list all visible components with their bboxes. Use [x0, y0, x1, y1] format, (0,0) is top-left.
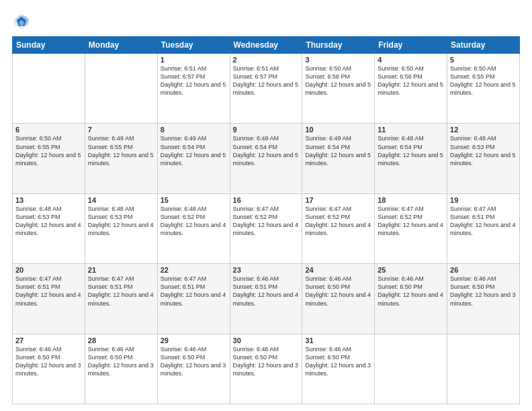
calendar-cell: [85, 54, 157, 124]
day-number: 15: [161, 196, 227, 204]
day-number: 31: [305, 336, 371, 345]
calendar-cell: 27Sunrise: 6:46 AM Sunset: 6:50 PM Dayli…: [13, 334, 85, 404]
day-info: Sunrise: 6:46 AM Sunset: 6:51 PM Dayligh…: [233, 275, 300, 308]
day-info: Sunrise: 6:50 AM Sunset: 6:56 PM Dayligh…: [305, 64, 371, 97]
day-number: 22: [161, 266, 227, 274]
calendar-weekday-thursday: Thursday: [302, 37, 375, 54]
calendar-cell: 21Sunrise: 6:47 AM Sunset: 6:51 PM Dayli…: [85, 264, 157, 334]
calendar-cell: 28Sunrise: 6:46 AM Sunset: 6:50 PM Dayli…: [85, 334, 157, 404]
calendar-cell: 16Sunrise: 6:47 AM Sunset: 6:52 PM Dayli…: [230, 193, 302, 263]
day-number: 25: [378, 266, 444, 274]
logo-icon: [12, 12, 31, 31]
day-info: Sunrise: 6:48 AM Sunset: 6:53 PM Dayligh…: [15, 205, 82, 238]
day-number: 30: [233, 336, 300, 345]
calendar-cell: [375, 334, 447, 404]
day-number: 2: [233, 56, 300, 64]
day-number: 6: [15, 126, 82, 134]
page: SundayMondayTuesdayWednesdayThursdayFrid…: [0, 0, 532, 411]
calendar-week-row: 6Sunrise: 6:50 AM Sunset: 6:55 PM Daylig…: [13, 124, 520, 193]
calendar-cell: 14Sunrise: 6:48 AM Sunset: 6:53 PM Dayli…: [85, 193, 157, 263]
day-info: Sunrise: 6:47 AM Sunset: 6:51 PM Dayligh…: [161, 275, 227, 308]
calendar-cell: 24Sunrise: 6:46 AM Sunset: 6:50 PM Dayli…: [302, 264, 375, 334]
day-info: Sunrise: 6:46 AM Sunset: 6:50 PM Dayligh…: [305, 345, 371, 378]
day-number: 10: [305, 126, 371, 134]
calendar-cell: 4Sunrise: 6:50 AM Sunset: 6:56 PM Daylig…: [375, 54, 447, 124]
calendar-week-row: 13Sunrise: 6:48 AM Sunset: 6:53 PM Dayli…: [13, 193, 520, 263]
calendar-cell: 31Sunrise: 6:46 AM Sunset: 6:50 PM Dayli…: [302, 334, 375, 404]
calendar-cell: [13, 54, 85, 124]
day-info: Sunrise: 6:50 AM Sunset: 6:55 PM Dayligh…: [15, 134, 82, 167]
day-number: 1: [161, 56, 227, 64]
day-info: Sunrise: 6:47 AM Sunset: 6:51 PM Dayligh…: [450, 205, 517, 238]
calendar-weekday-tuesday: Tuesday: [157, 37, 230, 54]
day-number: 17: [305, 196, 371, 204]
day-info: Sunrise: 6:46 AM Sunset: 6:50 PM Dayligh…: [88, 345, 154, 378]
calendar-cell: 19Sunrise: 6:47 AM Sunset: 6:51 PM Dayli…: [447, 193, 520, 263]
calendar-cell: 15Sunrise: 6:48 AM Sunset: 6:52 PM Dayli…: [157, 193, 230, 263]
calendar-cell: 1Sunrise: 6:51 AM Sunset: 6:57 PM Daylig…: [157, 54, 230, 124]
header: [12, 12, 520, 31]
calendar-weekday-monday: Monday: [85, 37, 157, 54]
calendar-cell: 12Sunrise: 6:48 AM Sunset: 6:53 PM Dayli…: [447, 124, 520, 193]
logo: [12, 12, 34, 31]
day-number: 16: [233, 196, 300, 204]
day-number: 12: [450, 126, 517, 134]
day-number: 14: [88, 196, 154, 204]
day-info: Sunrise: 6:47 AM Sunset: 6:52 PM Dayligh…: [233, 205, 300, 238]
day-number: 8: [161, 126, 227, 134]
calendar-cell: 25Sunrise: 6:46 AM Sunset: 6:50 PM Dayli…: [375, 264, 447, 334]
day-number: 21: [88, 266, 154, 274]
calendar-weekday-wednesday: Wednesday: [230, 37, 302, 54]
day-info: Sunrise: 6:48 AM Sunset: 6:54 PM Dayligh…: [378, 134, 444, 167]
calendar-weekday-sunday: Sunday: [13, 37, 85, 54]
day-info: Sunrise: 6:49 AM Sunset: 6:54 PM Dayligh…: [161, 134, 227, 167]
day-info: Sunrise: 6:46 AM Sunset: 6:50 PM Dayligh…: [15, 345, 82, 378]
calendar-cell: 13Sunrise: 6:48 AM Sunset: 6:53 PM Dayli…: [13, 193, 85, 263]
calendar-cell: 8Sunrise: 6:49 AM Sunset: 6:54 PM Daylig…: [157, 124, 230, 193]
day-number: 24: [305, 266, 371, 274]
day-info: Sunrise: 6:48 AM Sunset: 6:53 PM Dayligh…: [88, 205, 154, 238]
day-number: 4: [378, 56, 444, 64]
calendar-cell: [447, 334, 520, 404]
day-info: Sunrise: 6:46 AM Sunset: 6:50 PM Dayligh…: [305, 275, 371, 308]
calendar-cell: 6Sunrise: 6:50 AM Sunset: 6:55 PM Daylig…: [13, 124, 85, 193]
day-number: 11: [378, 126, 444, 134]
calendar-cell: 9Sunrise: 6:49 AM Sunset: 6:54 PM Daylig…: [230, 124, 302, 193]
day-number: 3: [305, 56, 371, 64]
day-number: 28: [88, 336, 154, 345]
day-info: Sunrise: 6:50 AM Sunset: 6:55 PM Dayligh…: [450, 64, 517, 97]
day-info: Sunrise: 6:50 AM Sunset: 6:56 PM Dayligh…: [378, 64, 444, 97]
calendar-cell: 3Sunrise: 6:50 AM Sunset: 6:56 PM Daylig…: [302, 54, 375, 124]
calendar-weekday-friday: Friday: [375, 37, 447, 54]
calendar-cell: 5Sunrise: 6:50 AM Sunset: 6:55 PM Daylig…: [447, 54, 520, 124]
calendar-cell: 30Sunrise: 6:46 AM Sunset: 6:50 PM Dayli…: [230, 334, 302, 404]
day-number: 18: [378, 196, 444, 204]
calendar-weekday-saturday: Saturday: [447, 37, 520, 54]
day-number: 5: [450, 56, 517, 64]
calendar-week-row: 1Sunrise: 6:51 AM Sunset: 6:57 PM Daylig…: [13, 54, 520, 124]
calendar-cell: 2Sunrise: 6:51 AM Sunset: 6:57 PM Daylig…: [230, 54, 302, 124]
calendar-cell: 18Sunrise: 6:47 AM Sunset: 6:52 PM Dayli…: [375, 193, 447, 263]
day-number: 23: [233, 266, 300, 274]
day-info: Sunrise: 6:49 AM Sunset: 6:54 PM Dayligh…: [305, 134, 371, 167]
day-info: Sunrise: 6:48 AM Sunset: 6:52 PM Dayligh…: [161, 205, 227, 238]
day-info: Sunrise: 6:47 AM Sunset: 6:51 PM Dayligh…: [15, 275, 82, 308]
calendar-cell: 26Sunrise: 6:46 AM Sunset: 6:50 PM Dayli…: [447, 264, 520, 334]
calendar-cell: 29Sunrise: 6:46 AM Sunset: 6:50 PM Dayli…: [157, 334, 230, 404]
day-number: 9: [233, 126, 300, 134]
calendar-week-row: 27Sunrise: 6:46 AM Sunset: 6:50 PM Dayli…: [13, 334, 520, 404]
day-info: Sunrise: 6:46 AM Sunset: 6:50 PM Dayligh…: [378, 275, 444, 308]
day-number: 29: [161, 336, 227, 345]
calendar-table: SundayMondayTuesdayWednesdayThursdayFrid…: [12, 36, 520, 404]
day-info: Sunrise: 6:47 AM Sunset: 6:52 PM Dayligh…: [378, 205, 444, 238]
calendar-cell: 22Sunrise: 6:47 AM Sunset: 6:51 PM Dayli…: [157, 264, 230, 334]
day-info: Sunrise: 6:47 AM Sunset: 6:51 PM Dayligh…: [88, 275, 154, 308]
day-info: Sunrise: 6:51 AM Sunset: 6:57 PM Dayligh…: [161, 64, 227, 97]
calendar-header-row: SundayMondayTuesdayWednesdayThursdayFrid…: [13, 37, 520, 54]
day-info: Sunrise: 6:49 AM Sunset: 6:54 PM Dayligh…: [233, 134, 300, 167]
calendar-cell: 7Sunrise: 6:49 AM Sunset: 6:55 PM Daylig…: [85, 124, 157, 193]
day-number: 19: [450, 196, 517, 204]
day-number: 7: [88, 126, 154, 134]
day-number: 20: [15, 266, 82, 274]
calendar-cell: 17Sunrise: 6:47 AM Sunset: 6:52 PM Dayli…: [302, 193, 375, 263]
